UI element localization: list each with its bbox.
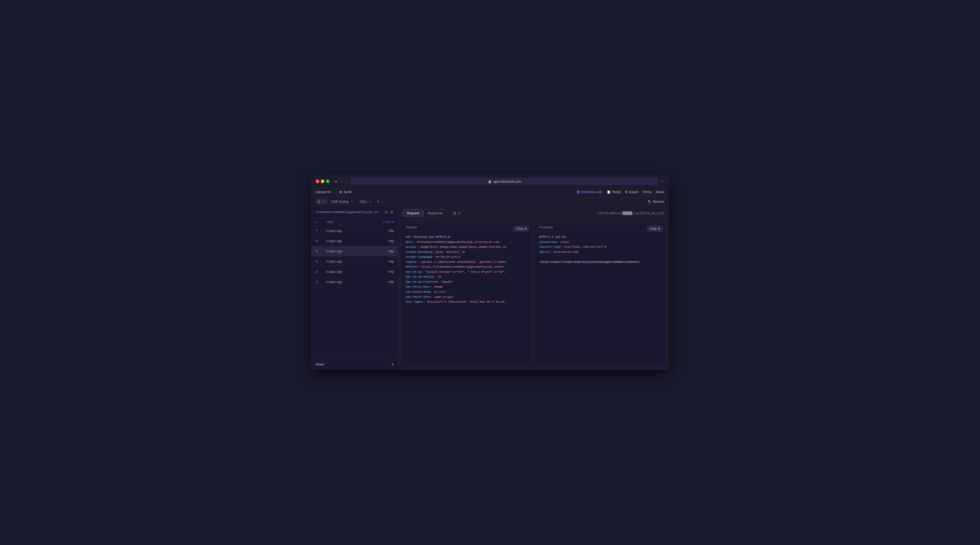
header-fetch-site: Sec-Fetch-Site: same-origin bbox=[406, 295, 528, 300]
ip-blurred bbox=[622, 212, 632, 215]
nav-right: ⏻ interactsh.com 📋 Reset ⬆ Export Terms … bbox=[576, 190, 664, 194]
reset-button[interactable]: 📋 Reset bbox=[607, 190, 620, 194]
split-view-icon[interactable]: ⧉ bbox=[453, 211, 456, 215]
brand-label: interact.sh bbox=[316, 190, 331, 194]
about-link[interactable]: About bbox=[655, 190, 664, 194]
url-input[interactable] bbox=[316, 210, 382, 214]
response-panel-label: Response bbox=[535, 223, 665, 231]
sidebar-header: ⧉ ⊞ bbox=[312, 206, 398, 218]
header-fetch-dest: Sec-Fetch-Dest: image bbox=[406, 284, 528, 289]
maximize-traffic-light[interactable] bbox=[326, 180, 329, 183]
response-body: <html><head></head><body>byyyyyhtp4unggp… bbox=[539, 260, 661, 265]
refresh-button[interactable]: ↻ Refresh bbox=[648, 199, 664, 204]
header-user-agent: User-Agent: Mozilla/5.0 (Macintosh; Inte… bbox=[406, 299, 528, 304]
copy-response-button[interactable]: Copy ⧉ bbox=[647, 226, 663, 232]
clipboard-icon: 📋 bbox=[607, 190, 611, 194]
header-sec-ch-ua: Sec-Ch-Ua: "Google Chrome";v="93", " Not… bbox=[406, 269, 528, 274]
sidebar: ⧉ ⊞ # TIME TYPE ⊟ 7 3 days ago http 6 bbox=[312, 206, 398, 369]
ip-suffix: 1 at 2021-51-26_12:51 bbox=[633, 212, 664, 215]
ip-prefix: From IP address1 bbox=[597, 212, 621, 215]
table-header: # TIME TYPE ⊟ bbox=[312, 218, 398, 226]
right-panel: Request Response ⧉ ≡ From IP address1 1 … bbox=[398, 206, 668, 369]
tab-sqli-close[interactable]: ✕ bbox=[368, 200, 372, 204]
panels-container: Request Copy ⧉ GET /favicon.ico HTTP/2.0… bbox=[398, 220, 668, 369]
request-content: GET /favicon.ico HTTP/2.0 Host: c57mv3m2… bbox=[402, 231, 531, 366]
header-sec-platform: Sec-Ch-Ua-Platform: "macOS" bbox=[406, 279, 528, 285]
response-panel: Response Copy ⧉ HTTP/1.1 200 OK Connecti… bbox=[535, 223, 665, 366]
col-time: TIME bbox=[326, 220, 374, 223]
traffic-lights bbox=[316, 180, 329, 183]
main-content: ⧉ ⊞ # TIME TYPE ⊟ 7 3 days ago http 6 bbox=[312, 206, 668, 369]
response-content: HTTP/1.1 200 OK Connection: close Conten… bbox=[535, 231, 665, 366]
request-line: GET /favicon.ico HTTP/2.0 bbox=[406, 234, 528, 239]
header-cookie: Cookie: _ga=GA1.2.1981211485.1632515655;… bbox=[406, 260, 528, 265]
url-text: app.interactsh.com bbox=[493, 180, 522, 183]
url-bar: 🔒 app.interactsh.com bbox=[351, 178, 658, 185]
list-view-icon[interactable]: ≡ bbox=[458, 211, 460, 215]
tabbar: 1 ✕ OOB Testing ✕ SQLI ✕ + ↻ Refresh bbox=[312, 197, 668, 206]
col-type: TYPE ⊟ bbox=[374, 220, 394, 223]
table-row[interactable]: 3 3 days ago http bbox=[312, 267, 398, 277]
table-row[interactable]: 2 3 days ago http bbox=[312, 277, 398, 287]
resp-header-server: Server: interactsh.com bbox=[539, 250, 661, 255]
synth-badge: Synth bbox=[339, 190, 352, 194]
table-rows: 7 3 days ago http 6 3 days ago http 5 3 … bbox=[312, 226, 398, 359]
tab-1-close[interactable]: ✕ bbox=[321, 200, 325, 204]
lock-icon: 🔒 bbox=[488, 180, 492, 183]
copy-url-icon[interactable]: ⧉ bbox=[384, 209, 388, 215]
export-button[interactable]: ⬆ Export bbox=[625, 190, 638, 194]
link-icon[interactable]: ⊞ bbox=[390, 210, 394, 215]
resp-header-content-type: Content-Type: text/html; charset=utf-8 bbox=[539, 244, 661, 250]
table-row[interactable]: 5 3 days ago http bbox=[312, 246, 398, 257]
header-accept: Accept: image/avif,image/webp,image/apng… bbox=[406, 244, 528, 250]
ip-info: From IP address1 1 at 2021-51-26_12:51 bbox=[597, 212, 664, 215]
request-panel: Request Copy ⧉ GET /favicon.ico HTTP/2.0… bbox=[401, 223, 532, 366]
response-tab[interactable]: Response bbox=[423, 209, 447, 217]
close-traffic-light[interactable] bbox=[316, 180, 319, 183]
header-language: Accept-Language: en-IN,en;q=0.9 bbox=[406, 254, 528, 260]
req-resp-tabs: Request Response bbox=[402, 209, 447, 217]
new-tab-icon[interactable]: + bbox=[660, 179, 664, 184]
sidebar-toggle-icon[interactable]: ⧉ bbox=[334, 179, 338, 184]
minimize-traffic-light[interactable] bbox=[321, 180, 325, 183]
filter-icon[interactable]: ⊟ bbox=[392, 220, 394, 223]
add-tab-button[interactable]: + bbox=[375, 199, 381, 204]
request-tab[interactable]: Request bbox=[402, 209, 423, 217]
forward-icon[interactable]: › bbox=[345, 179, 349, 184]
tab-sqli[interactable]: SQLI ✕ bbox=[357, 199, 374, 205]
copy-request-button[interactable]: Copy ⧉ bbox=[513, 226, 530, 232]
header-encoding: Accept-Encoding: gzip, deflate, br bbox=[406, 250, 528, 255]
notes-label: Notes bbox=[316, 362, 325, 366]
view-icons: ⧉ ≡ bbox=[453, 211, 460, 215]
resp-header-connection: Connection: close bbox=[539, 239, 661, 245]
table-row[interactable]: 7 3 days ago http bbox=[312, 226, 398, 236]
table-row[interactable]: 4 3 days ago http bbox=[312, 257, 398, 267]
interactsh-link[interactable]: ⏻ interactsh.com bbox=[576, 190, 603, 194]
col-num: # bbox=[316, 220, 326, 223]
tab-oob-testing[interactable]: OOB Testing ✕ bbox=[329, 199, 356, 205]
terms-link[interactable]: Terms bbox=[643, 190, 652, 194]
header-fetch-mode: Sec-Fetch-Mode: no-cors bbox=[406, 289, 528, 295]
request-panel-label: Request bbox=[402, 223, 531, 231]
header-referer: Referer: https://c57mv3m2vtc00003ctpggnu… bbox=[406, 265, 528, 269]
refresh-icon: ↻ bbox=[648, 199, 651, 204]
header-sec-mobile: Sec-Ch-Ua-Mobile: ?0 bbox=[406, 274, 528, 279]
titlebar: ⧉ ‹ › 🔒 app.interactsh.com + bbox=[312, 176, 668, 187]
tab-oob-label: OOB Testing bbox=[331, 200, 348, 204]
chevron-up-icon: ∧ bbox=[391, 362, 394, 366]
header-host: Host: c57mv3m2vtc00003ctpggnu4pthyyyyb.i… bbox=[406, 239, 528, 245]
back-icon[interactable]: ‹ bbox=[340, 179, 344, 184]
tab-oob-close[interactable]: ✕ bbox=[350, 200, 354, 204]
table-row[interactable]: 6 3 days ago http bbox=[312, 236, 398, 246]
tab-sqli-label: SQLI bbox=[360, 200, 367, 204]
synth-label: Synth bbox=[344, 190, 352, 194]
notes-bar[interactable]: Notes ∧ bbox=[312, 359, 398, 369]
panel-header: Request Response ⧉ ≡ From IP address1 1 … bbox=[398, 206, 668, 220]
navbar: interact.sh Synth ⏻ interactsh.com 📋 Res… bbox=[312, 187, 668, 197]
synth-dot bbox=[339, 191, 342, 193]
tab-1[interactable]: 1 ✕ bbox=[316, 199, 328, 205]
copy-icon-response: ⧉ bbox=[658, 227, 660, 230]
app-window: ⧉ ‹ › 🔒 app.interactsh.com + interact.sh… bbox=[311, 175, 669, 370]
copy-icon: ⧉ bbox=[525, 227, 527, 230]
power-icon: ⏻ bbox=[576, 190, 580, 194]
